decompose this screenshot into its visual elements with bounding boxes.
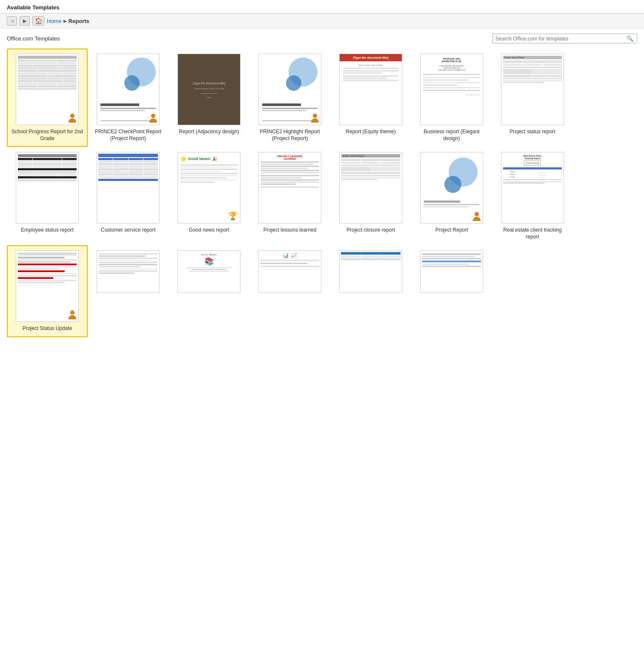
template-item-project-report[interactable]: Project Report	[411, 147, 492, 245]
template-thumb-closure: Project Closure Report	[339, 152, 402, 224]
templates-grid: School Progress Report for 2nd Grade	[7, 49, 637, 337]
template-thumb-equity: [Type the document title] [Type to descr…	[339, 54, 402, 125]
template-name-prince2-checkpoint: PRINCE2 CheckPoint Report (Project Repor…	[92, 129, 164, 142]
templates-section-label: Office.com Templates	[7, 35, 60, 42]
template-thumb-realestate: Real Estate ClientTracking Report [Clien…	[501, 152, 564, 224]
template-name-closure: Project closure report	[335, 227, 407, 234]
search-input[interactable]	[495, 36, 626, 42]
template-thumb-partial1	[97, 250, 160, 293]
template-thumb-status-update	[16, 250, 79, 322]
template-item-prince2-checkpoint[interactable]: PRINCE2 CheckPoint Report (Project Repor…	[88, 49, 169, 147]
template-name-employee: Employee status report	[11, 227, 83, 234]
breadcrumb: Home ▶ Reports	[47, 18, 89, 24]
forward-button[interactable]: ▶	[20, 16, 30, 26]
template-name-goodnews: Good news report	[173, 227, 245, 234]
template-item-equity[interactable]: [Type the document title] [Type to descr…	[330, 49, 411, 147]
section-header: Available Templates	[0, 0, 644, 14]
template-item-lessons[interactable]: PROJECT LESSONSLEARNED	[249, 147, 330, 245]
template-thumb-partial3: 📊 📈	[258, 250, 321, 293]
template-item-closure[interactable]: Project Closure Report	[330, 147, 411, 245]
template-thumb-project-status: Project Status Report	[501, 54, 564, 125]
template-thumb-school-progress	[16, 54, 79, 125]
template-thumb-lessons: PROJECT LESSONSLEARNED	[258, 152, 321, 224]
template-item-partial5[interactable]	[411, 245, 492, 337]
template-item-goodnews[interactable]: 🌟 Good News! 🎉 🏆	[169, 147, 249, 245]
template-item-school-progress[interactable]: School Progress Report for 2nd Grade	[7, 49, 88, 147]
template-thumb-employee	[16, 152, 79, 224]
template-thumb-prince2-highlight	[258, 54, 321, 125]
template-item-customer[interactable]: Customer service report	[88, 147, 169, 245]
page-wrapper: Available Templates ◀ ▶ 🏠 Home ▶ Reports…	[0, 0, 644, 654]
template-name-prince2-highlight: PRINCE2 Highlight Report (Project Report…	[254, 129, 326, 142]
breadcrumb-separator: ▶	[63, 18, 67, 24]
breadcrumb-current: Reports	[69, 18, 89, 24]
template-item-adjacency[interactable]: [Type the document title] Lorem ipsum do…	[169, 49, 249, 147]
template-thumb-partial5	[420, 250, 483, 293]
avatar-icon	[69, 114, 76, 123]
template-thumb-adjacency: [Type the document title] Lorem ipsum do…	[177, 54, 240, 125]
breadcrumb-home[interactable]: Home	[47, 18, 62, 24]
back-button[interactable]: ◀	[7, 16, 17, 26]
content-area: Office.com Templates 🔍	[0, 29, 644, 342]
avatar-icon	[473, 212, 481, 221]
nav-bar: ◀ ▶ 🏠 Home ▶ Reports	[0, 14, 644, 29]
template-name-status-update: Project Status Update	[11, 325, 83, 332]
template-name-customer: Customer service report	[92, 227, 164, 234]
template-item-partial4[interactable]	[330, 245, 411, 337]
template-item-partial1[interactable]	[88, 245, 169, 337]
template-name-project-status: Project status report	[496, 129, 569, 135]
search-box: 🔍	[492, 34, 637, 43]
template-thumb-prince2-checkpoint	[97, 54, 160, 125]
template-name-project-report: Project Report	[415, 227, 488, 234]
template-name-realestate: Real estate client tracking report	[496, 227, 569, 240]
template-item-project-status[interactable]: Project Status Report	[492, 49, 573, 147]
home-icon: 🏠	[35, 17, 42, 24]
template-item-realestate[interactable]: Real Estate ClientTracking Report [Clien…	[492, 147, 573, 245]
content-top-bar: Office.com Templates 🔍	[7, 34, 637, 43]
template-name-equity: Report (Equity theme)	[335, 129, 407, 135]
template-thumb-customer	[97, 152, 160, 224]
template-item-business[interactable]: PROPOSAL ANDMARKETING PLAN PLAN HEADING …	[411, 49, 492, 147]
template-item-partial2[interactable]: An A+ Report 📚	[169, 245, 249, 337]
template-item-partial3[interactable]: 📊 📈	[249, 245, 330, 337]
template-thumb-partial4	[339, 250, 402, 293]
avatar-icon	[149, 114, 157, 123]
template-item-prince2-highlight[interactable]: PRINCE2 Highlight Report (Project Report…	[249, 49, 330, 147]
template-name-adjacency: Report (Adjacency design)	[173, 129, 245, 135]
template-item-status-update[interactable]: Project Status Update	[7, 245, 88, 337]
template-name-lessons: Project lessons learned	[254, 227, 326, 234]
avatar-icon	[69, 310, 76, 319]
template-thumb-goodnews: 🌟 Good News! 🎉 🏆	[177, 152, 240, 224]
template-name-business: Business report (Elegant design)	[415, 129, 488, 142]
template-item-employee[interactable]: Employee status report	[7, 147, 88, 245]
avatar-icon	[311, 114, 319, 123]
template-thumb-partial2: An A+ Report 📚	[177, 250, 240, 293]
template-name-school-progress: School Progress Report for 2nd Grade	[11, 129, 83, 142]
template-thumb-business: PROPOSAL ANDMARKETING PLAN PLAN HEADING …	[420, 54, 483, 125]
template-thumb-project-report	[420, 152, 483, 224]
page-title: Available Templates	[7, 4, 60, 11]
home-button[interactable]: 🏠	[32, 16, 44, 26]
search-button[interactable]: 🔍	[626, 35, 634, 42]
